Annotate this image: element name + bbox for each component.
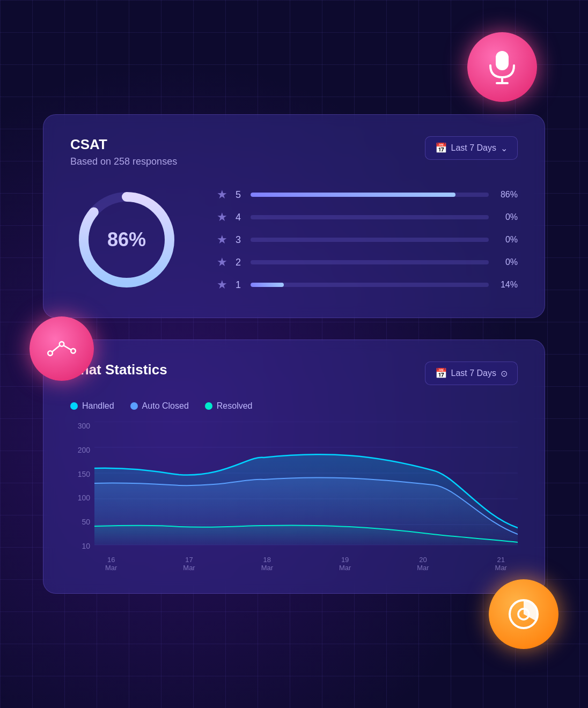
bar-bg-2 [251, 260, 489, 264]
legend-dot-auto-closed [130, 402, 138, 410]
rating-num-4: 4 [236, 212, 244, 223]
chart-legend: Handled Auto Closed Resolved [70, 401, 518, 411]
x-label-19: 19 Mar [339, 556, 351, 572]
csat-date-badge[interactable]: 📅 Last 7 Days ⌄ [425, 136, 518, 160]
y-label-50: 50 [82, 518, 90, 526]
legend-handled: Handled [70, 401, 114, 411]
csat-subtitle: Based on 258 responses [70, 156, 177, 167]
star-icon-1: ★ [215, 278, 229, 292]
calendar-icon: 📅 [435, 142, 447, 154]
x-label-16: 16 Mar [105, 556, 117, 572]
csat-body: 86% ★ 5 86% ★ 4 [70, 183, 518, 296]
bar-pct-5: 86% [495, 190, 518, 200]
x-label-17: 17 Mar [183, 556, 195, 572]
legend-label-handled: Handled [82, 401, 114, 411]
x-label-18: 18 Mar [261, 556, 273, 572]
bar-bg-5 [251, 193, 489, 197]
legend-dot-handled [70, 402, 78, 410]
chart-svg [94, 422, 518, 550]
bar-bg-3 [251, 238, 489, 242]
legend-label-resolved: Resolved [217, 401, 253, 411]
bar-pct-4: 0% [495, 212, 518, 222]
x-axis-labels: 16 Mar 17 Mar 18 Mar 19 Mar 20 Mar [94, 556, 518, 572]
chart-area: 300 200 150 100 50 10 [70, 422, 518, 572]
star-icon-3: ★ [215, 233, 229, 247]
svg-line-15 [63, 345, 71, 350]
ratings-list: ★ 5 86% ★ 4 0% ★ [215, 188, 518, 292]
chat-stats-card: Chat Statistics 📅 Last 7 Days ⊙ Handled … [43, 340, 545, 594]
chevron-down-icon-2: ⊙ [501, 368, 508, 379]
legend-label-auto-closed: Auto Closed [142, 401, 189, 411]
rating-row-3: ★ 3 0% [215, 233, 518, 247]
chart-line-icon [46, 335, 78, 362]
svg-point-13 [71, 349, 76, 353]
star-icon-4: ★ [215, 210, 229, 224]
mic-icon [486, 48, 518, 86]
pie-chart-icon [506, 597, 541, 632]
rating-row-1: ★ 1 14% [215, 278, 518, 292]
legend-auto-closed: Auto Closed [130, 401, 189, 411]
pie-button[interactable] [489, 579, 558, 649]
y-label-10: 10 [82, 542, 90, 550]
x-label-21: 21 Mar [495, 556, 507, 572]
legend-dot-resolved [205, 402, 212, 410]
bar-pct-1: 14% [495, 280, 518, 290]
y-label-150: 150 [78, 470, 90, 478]
y-label-100: 100 [78, 493, 90, 502]
bar-fill-1 [251, 283, 284, 287]
mic-button[interactable] [467, 32, 537, 102]
y-label-200: 200 [78, 446, 90, 454]
csat-title-group: CSAT Based on 258 responses [70, 136, 177, 167]
svg-line-14 [52, 345, 60, 352]
star-icon-2: ★ [215, 255, 229, 269]
chevron-down-icon: ⌄ [501, 143, 508, 153]
csat-card: CSAT Based on 258 responses 📅 Last 7 Day… [43, 114, 545, 318]
rating-num-2: 2 [236, 257, 244, 268]
y-label-300: 300 [78, 422, 90, 430]
y-axis-labels: 300 200 150 100 50 10 [70, 422, 94, 550]
bar-bg-1 [251, 283, 489, 287]
chat-stats-header: Chat Statistics 📅 Last 7 Days ⊙ [70, 362, 518, 385]
csat-donut: 86% [70, 183, 183, 296]
csat-title: CSAT [70, 136, 177, 153]
chat-stats-date-badge[interactable]: 📅 Last 7 Days ⊙ [425, 362, 518, 385]
rating-row-5: ★ 5 86% [215, 188, 518, 202]
bar-pct-2: 0% [495, 257, 518, 267]
bar-bg-4 [251, 215, 489, 219]
rating-row-2: ★ 2 0% [215, 255, 518, 269]
legend-resolved: Resolved [205, 401, 253, 411]
calendar-icon-2: 📅 [435, 367, 447, 379]
csat-header: CSAT Based on 258 responses 📅 Last 7 Day… [70, 136, 518, 167]
rating-row-4: ★ 4 0% [215, 210, 518, 224]
rating-num-5: 5 [236, 189, 244, 201]
x-label-20: 20 Mar [417, 556, 429, 572]
chart-button[interactable] [30, 316, 94, 381]
csat-date-label: Last 7 Days [451, 143, 496, 153]
rating-num-3: 3 [236, 234, 244, 246]
bar-pct-3: 0% [495, 235, 518, 245]
bar-fill-5 [251, 193, 455, 197]
svg-rect-8 [496, 51, 509, 70]
rating-num-1: 1 [236, 279, 244, 291]
chat-stats-date-label: Last 7 Days [451, 368, 496, 378]
star-icon-5: ★ [215, 188, 229, 202]
csat-percentage: 86% [107, 228, 146, 251]
